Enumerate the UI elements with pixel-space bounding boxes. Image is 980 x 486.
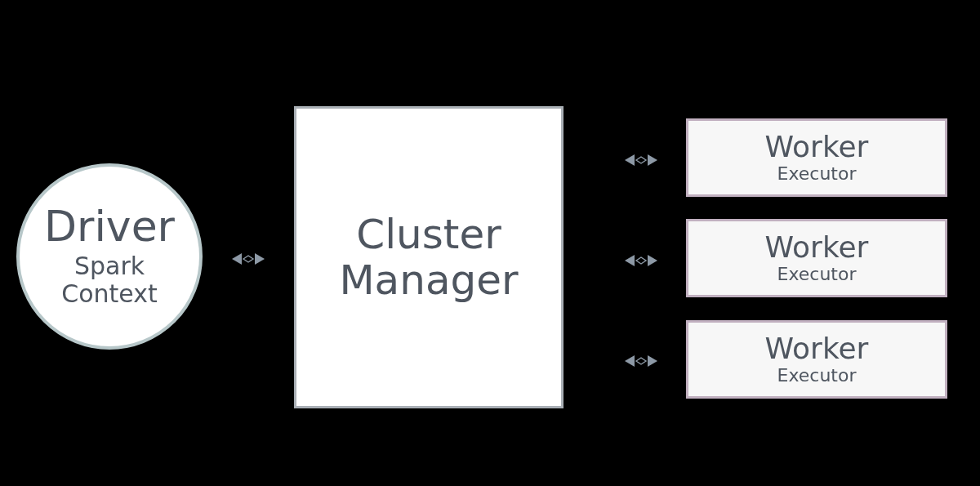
svg-marker-4: [648, 154, 657, 166]
connector-cluster-worker-3: [625, 354, 657, 368]
worker-3-title: Worker: [765, 333, 869, 364]
worker-node-3: Worker Executor: [686, 320, 947, 399]
cluster-title-line2: Manager: [339, 257, 518, 303]
svg-marker-11: [636, 358, 646, 364]
connector-driver-cluster: [232, 252, 265, 266]
driver-sub2: Context: [61, 280, 158, 309]
svg-marker-3: [625, 154, 635, 166]
worker-2-title: Worker: [765, 232, 869, 263]
svg-marker-6: [625, 255, 635, 266]
worker-1-sub: Executor: [777, 164, 857, 184]
cluster-manager-node: Cluster Manager: [294, 106, 564, 408]
driver-title: Driver: [44, 204, 175, 249]
driver-sub1: Spark: [74, 252, 145, 281]
worker-2-sub: Executor: [777, 265, 857, 284]
svg-marker-2: [243, 256, 253, 262]
connector-cluster-worker-2: [625, 253, 657, 268]
svg-marker-9: [625, 355, 635, 367]
cluster-title-line1: Cluster: [356, 212, 501, 257]
worker-node-2: Worker Executor: [686, 219, 947, 297]
svg-marker-5: [636, 157, 646, 163]
driver-node: Driver Spark Context: [16, 163, 203, 350]
worker-node-1: Worker Executor: [686, 118, 947, 197]
worker-3-sub: Executor: [777, 366, 857, 386]
connector-cluster-worker-1: [625, 153, 657, 167]
svg-marker-7: [648, 255, 657, 266]
svg-marker-10: [648, 355, 657, 367]
svg-marker-8: [636, 257, 646, 264]
svg-marker-0: [232, 253, 242, 265]
worker-1-title: Worker: [765, 132, 869, 163]
svg-marker-1: [255, 253, 265, 265]
